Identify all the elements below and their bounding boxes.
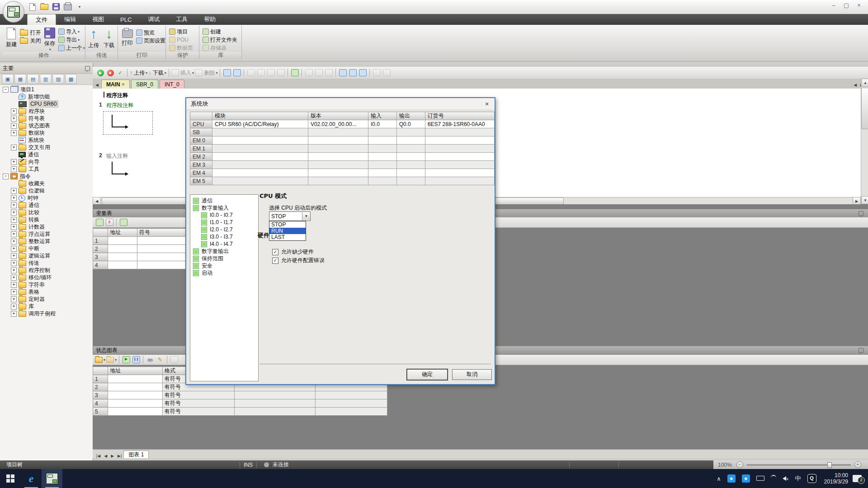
wifi-icon[interactable] <box>771 475 776 483</box>
settings-item-communication[interactable]: 通信 <box>190 197 258 204</box>
multi-select-icon[interactable] <box>232 68 241 77</box>
quick-save-button[interactable] <box>51 2 61 12</box>
print-button[interactable]: 打印 <box>118 26 136 52</box>
vscroll-thumb[interactable] <box>861 88 868 129</box>
editor-vscrollbar[interactable]: ▲ ▼ <box>861 79 868 204</box>
menu-tab-file[interactable]: 文件 <box>27 14 56 25</box>
tree-item-int-math[interactable]: +整数运算 <box>0 238 104 245</box>
tree-item-wizard[interactable]: +向导 <box>0 158 104 165</box>
tree-item-cpu[interactable]: CPU SR60 <box>0 100 104 108</box>
tree-item-bit-logic[interactable]: +位逻辑 <box>0 187 104 194</box>
tree-item-cross-ref[interactable]: +交叉引用 <box>0 144 104 151</box>
tray-q-icon[interactable]: Q <box>807 474 816 483</box>
upload-button[interactable]: ↑ 上传 <box>86 26 101 52</box>
contact-right-icon[interactable] <box>348 68 357 77</box>
write-pencil-icon[interactable]: ✎ <box>156 355 165 364</box>
protect-project-button[interactable]: 项目 <box>169 28 199 36</box>
stop-button[interactable]: ■ <box>106 68 115 77</box>
ime-indicator[interactable]: 中 <box>795 474 801 483</box>
lib-open-folder-button[interactable]: 打开文件夹 <box>203 36 241 44</box>
previous-button[interactable]: 上一个▾ <box>58 44 85 52</box>
zoom-slider[interactable] <box>747 465 851 465</box>
var-table-pin-icon[interactable] <box>859 211 863 216</box>
wire-right-icon[interactable] <box>358 68 367 77</box>
menu-tab-help[interactable]: 帮助 <box>196 14 224 25</box>
save-button[interactable]: 保存 ▾ <box>41 26 58 52</box>
tree-item-table[interactable]: +表格 <box>0 288 104 296</box>
maximize-button[interactable]: ▢ <box>840 2 853 9</box>
insert-row-icon[interactable] <box>95 218 104 227</box>
settings-item-digital-output[interactable]: 数字量输出 <box>190 248 258 255</box>
download-toolbar-button[interactable]: ↓ 下载▾ <box>148 68 166 77</box>
lock-add-icon[interactable] <box>324 68 333 77</box>
settings-item-i3[interactable]: I3.0 - I3.7 <box>190 233 258 240</box>
status-chart-pin-icon[interactable] <box>859 348 863 353</box>
volume-muted-icon[interactable]: × <box>783 475 789 482</box>
tree-item-library[interactable]: +库 <box>0 303 104 310</box>
settings-item-security[interactable]: 安全 <box>190 262 258 269</box>
battery-icon[interactable] <box>756 475 764 482</box>
taskbar-edge-button[interactable]: e <box>21 469 42 488</box>
read-glasses-icon[interactable]: oo <box>146 355 155 364</box>
settings-item-i0[interactable]: I0.0 - I0.7 <box>190 211 258 219</box>
tab-nav-left-icon[interactable]: ◀ <box>852 83 859 87</box>
app-menu-orb[interactable] <box>3 1 24 23</box>
apply-var-icon[interactable] <box>119 218 128 227</box>
chart-tab-1[interactable]: 图表 1 <box>123 450 149 458</box>
close-button[interactable]: × <box>853 2 865 9</box>
view-xref-icon[interactable]: ▨ <box>52 74 64 84</box>
allow-missing-hw-checkbox[interactable]: ✓ 允许缺少硬件 <box>272 248 314 256</box>
tree-item-tools[interactable]: +工具 <box>0 165 104 173</box>
settings-item-startup[interactable]: 启动 <box>190 269 258 277</box>
tray-chevron-icon[interactable]: ∧ <box>717 475 721 482</box>
tree-item-timer[interactable]: +定时器 <box>0 296 104 303</box>
tree-item-call-subroutine[interactable]: +调用子例程 <box>0 310 104 317</box>
action-center-icon[interactable]: 2 <box>853 475 862 482</box>
unlock-icon[interactable] <box>314 68 323 77</box>
download-button[interactable]: ↓ 下载 <box>101 26 117 52</box>
tree-item-string[interactable]: +字符串 <box>0 281 104 288</box>
dialog-close-icon[interactable]: × <box>483 100 491 108</box>
view-symbols-icon[interactable]: ▦ <box>14 74 26 84</box>
copy-icon[interactable] <box>266 68 275 77</box>
tab-sbr0[interactable]: SBR_0 <box>131 80 158 89</box>
tree-item-communication[interactable]: 通信 <box>0 151 104 158</box>
ok-button[interactable]: 确定 <box>407 369 448 380</box>
menu-tab-debug[interactable]: 调试 <box>140 14 168 25</box>
minimize-button[interactable]: – <box>827 2 840 9</box>
combo-dropdown-icon[interactable]: ▼ <box>302 212 310 220</box>
option-run[interactable]: RUN <box>269 228 306 234</box>
run-button[interactable]: ▶ <box>96 68 105 77</box>
module-row-cpu[interactable]: CPU CPU SR60 (AC/DC/Relay) V02.02.00_00.… <box>190 120 495 128</box>
tab-int0[interactable]: INT_0 <box>160 80 184 89</box>
chart-pause-icon[interactable]: ❙❙ <box>132 355 141 364</box>
tab-close-icon[interactable]: × <box>122 81 125 88</box>
tab-main[interactable]: MAIN × <box>101 80 130 89</box>
tree-item-program-control[interactable]: +程序控制 <box>0 267 104 274</box>
module-row-em5[interactable]: EM 5 <box>190 177 495 185</box>
zoom-slider-thumb[interactable] <box>827 462 832 468</box>
network-2-comment[interactable]: 输入注释 <box>106 152 128 160</box>
zoom-out-icon[interactable]: − <box>736 461 743 468</box>
box-tool-icon[interactable] <box>246 68 255 77</box>
module-row-em4[interactable]: EM 4 <box>190 169 495 177</box>
settings-item-i2[interactable]: I2.0 - I2.7 <box>190 226 258 233</box>
menu-tab-view[interactable]: 视图 <box>84 14 112 25</box>
import-button[interactable]: 导入▾ <box>58 28 85 36</box>
settings-item-digital-input[interactable]: 数字量输入 <box>190 204 258 211</box>
tree-item-compare[interactable]: +比较 <box>0 209 104 216</box>
selection-box[interactable] <box>103 111 153 135</box>
view-project-icon[interactable]: ▣ <box>2 74 14 84</box>
menu-tab-edit[interactable]: 编辑 <box>56 14 84 25</box>
tree-item-comm-instr[interactable]: +通信 <box>0 202 104 209</box>
option-last[interactable]: LAST <box>269 234 306 240</box>
menu-tab-plc[interactable]: PLC <box>112 14 140 25</box>
network-1-comment[interactable]: 程序段注释 <box>106 102 133 109</box>
tray-tim2-icon[interactable]: ★ <box>742 474 750 483</box>
new-chart-icon[interactable]: ▾ <box>95 355 105 364</box>
tab-scroll-left-icon[interactable]: ◀ <box>93 83 101 89</box>
module-row-em1[interactable]: EM 1 <box>190 145 495 153</box>
menu-tab-tools[interactable]: 工具 <box>168 14 196 25</box>
tree-item-convert[interactable]: +转换 <box>0 216 104 223</box>
vscroll-up-icon[interactable]: ▲ <box>861 79 868 87</box>
